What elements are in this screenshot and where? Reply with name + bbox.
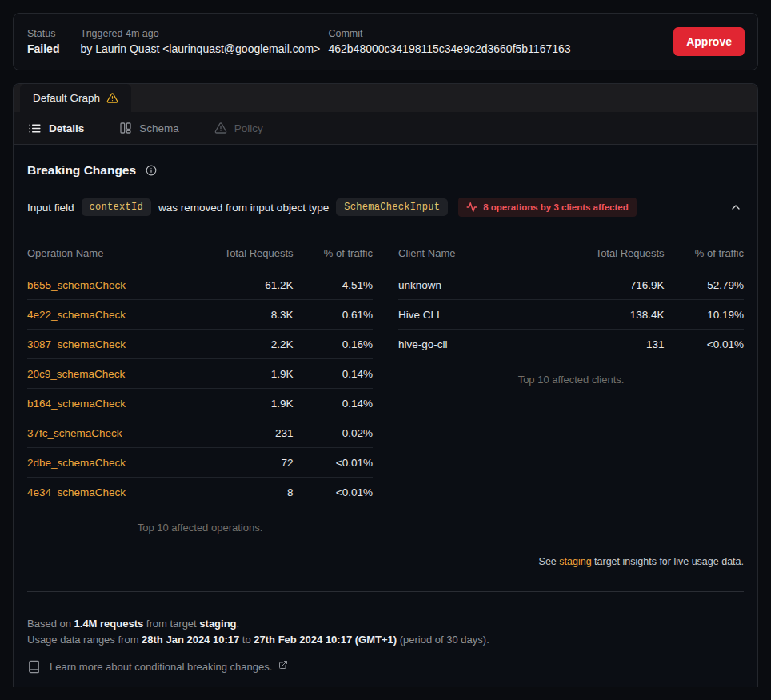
operation-traffic: 0.14% bbox=[294, 389, 373, 418]
operation-traffic: <0.01% bbox=[294, 478, 373, 507]
usage-text: to bbox=[239, 634, 254, 646]
tab-policy-label: Policy bbox=[234, 122, 263, 134]
graph-tab-strip: Default Graph bbox=[14, 84, 757, 112]
operation-requests: 61.2K bbox=[193, 270, 293, 300]
change-text-prefix: Input field bbox=[27, 202, 74, 214]
operations-table-header-row: Operation Name Total Requests % of traff… bbox=[27, 238, 373, 270]
client-requests: 138.4K bbox=[564, 300, 664, 330]
tab-default-graph[interactable]: Default Graph bbox=[20, 84, 131, 112]
info-icon[interactable] bbox=[146, 165, 157, 176]
operation-link[interactable]: 2dbe_schemaCheck bbox=[27, 457, 126, 469]
operation-traffic: 0.14% bbox=[294, 359, 373, 389]
operations-column: Operation Name Total Requests % of traff… bbox=[27, 238, 373, 534]
status-block: Status Failed bbox=[27, 28, 59, 55]
operation-row: 3087_schemaCheck 2.2K 0.16% bbox=[27, 330, 373, 359]
range-end-date: 27th Feb 2024 10:17 (GMT+1) bbox=[254, 634, 397, 646]
operation-link[interactable]: b164_schemaCheck bbox=[27, 398, 126, 410]
activity-pulse-icon bbox=[466, 202, 477, 213]
client-name: hive-go-cli bbox=[398, 330, 564, 359]
client-row: Hive CLI 138.4K 10.19% bbox=[398, 300, 744, 330]
col-traffic: % of traffic bbox=[665, 238, 744, 270]
operation-link[interactable]: b655_schemaCheck bbox=[27, 279, 126, 291]
col-operation-name: Operation Name bbox=[27, 238, 193, 270]
client-name: Hive CLI bbox=[398, 300, 564, 330]
operations-caption: Top 10 affected operations. bbox=[27, 522, 373, 534]
footer-divider bbox=[27, 591, 744, 592]
col-traffic: % of traffic bbox=[294, 238, 373, 270]
usage-summary: Based on 1.4M requests from target stagi… bbox=[27, 616, 744, 648]
affected-operations-badge: 8 operations by 3 clients affected bbox=[458, 198, 637, 217]
client-row: hive-go-cli 131 <0.01% bbox=[398, 330, 744, 359]
usage-line-2: Usage data ranges from 28th Jan 2024 10:… bbox=[27, 632, 744, 648]
external-link-icon bbox=[278, 660, 288, 670]
clients-caption: Top 10 affected clients. bbox=[398, 374, 744, 386]
operation-link[interactable]: 37fc_schemaCheck bbox=[27, 427, 122, 439]
operation-row: 4e22_schemaCheck 8.3K 0.61% bbox=[27, 300, 373, 330]
operation-row: 20c9_schemaCheck 1.9K 0.14% bbox=[27, 359, 373, 389]
commit-label: Commit bbox=[328, 28, 570, 39]
operation-row: 4e34_schemaCheck 8 <0.01% bbox=[27, 478, 373, 507]
client-requests: 716.9K bbox=[564, 270, 664, 300]
insights-note: See staging target insights for live usa… bbox=[27, 556, 744, 567]
col-client-name: Client Name bbox=[398, 238, 564, 270]
operation-link[interactable]: 3087_schemaCheck bbox=[27, 338, 126, 350]
operation-requests: 1.9K bbox=[193, 389, 293, 418]
learn-more-link[interactable]: Learn more about conditional breaking ch… bbox=[27, 660, 744, 674]
request-count: 1.4M requests bbox=[74, 618, 144, 630]
field-code-chip: contextId bbox=[82, 198, 152, 216]
check-summary-card: Status Failed Triggered 4m ago by Laurin… bbox=[13, 13, 758, 70]
client-traffic: 10.19% bbox=[665, 300, 744, 330]
status-label: Status bbox=[27, 28, 59, 39]
book-icon bbox=[27, 660, 41, 674]
target-name: staging bbox=[199, 618, 236, 630]
tab-schema-label: Schema bbox=[139, 122, 179, 134]
operation-link[interactable]: 4e22_schemaCheck bbox=[27, 309, 126, 321]
operation-requests: 2.2K bbox=[193, 330, 293, 359]
status-value: Failed bbox=[27, 42, 59, 55]
insights-note-post: target insights for live usage data. bbox=[592, 556, 744, 567]
operation-row: 37fc_schemaCheck 231 0.02% bbox=[27, 418, 373, 448]
client-row: unknown 716.9K 52.79% bbox=[398, 270, 744, 300]
operation-row: b164_schemaCheck 1.9K 0.14% bbox=[27, 389, 373, 418]
clients-table: Client Name Total Requests % of traffic … bbox=[398, 238, 744, 359]
change-text-middle: was removed from input object type bbox=[158, 202, 329, 214]
operation-row: b655_schemaCheck 61.2K 4.51% bbox=[27, 270, 373, 300]
client-requests: 131 bbox=[564, 330, 664, 359]
affected-badge-label: 8 operations by 3 clients affected bbox=[483, 202, 629, 212]
usage-text: . bbox=[237, 618, 240, 630]
insights-note-pre: See bbox=[539, 556, 560, 567]
operation-row: 2dbe_schemaCheck 72 <0.01% bbox=[27, 448, 373, 478]
check-details-card: Default Graph Details Schema Policy bbox=[13, 83, 758, 687]
chevron-up-icon[interactable] bbox=[728, 199, 744, 215]
type-code-chip: SchemaCheckInput bbox=[336, 198, 448, 216]
range-start-date: 28th Jan 2024 10:17 bbox=[142, 634, 239, 646]
operation-requests: 1.9K bbox=[193, 359, 293, 389]
breaking-change-accordion-row[interactable]: Input field contextId was removed from i… bbox=[27, 198, 744, 217]
operation-requests: 231 bbox=[193, 418, 293, 448]
client-traffic: 52.79% bbox=[665, 270, 744, 300]
commit-block: Commit 462b48000c34198115c34e9c2d3660f5b… bbox=[328, 28, 570, 55]
usage-text: from target bbox=[143, 618, 199, 630]
tab-details[interactable]: Details bbox=[28, 122, 84, 135]
client-traffic: <0.01% bbox=[665, 330, 744, 359]
triggered-block: Triggered 4m ago by Laurin Quast <laurin… bbox=[80, 28, 328, 55]
learn-more-label: Learn more about conditional breaking ch… bbox=[50, 661, 272, 673]
operation-traffic: 4.51% bbox=[294, 270, 373, 300]
usage-text: Based on bbox=[27, 618, 74, 630]
col-total-requests: Total Requests bbox=[193, 238, 293, 270]
staging-target-link[interactable]: staging bbox=[559, 556, 591, 567]
approve-button[interactable]: Approve bbox=[673, 27, 745, 56]
commit-hash: 462b48000c34198115c34e9c2d3660f5b1167163 bbox=[328, 42, 570, 55]
tab-schema[interactable]: Schema bbox=[119, 122, 179, 134]
clients-column: Client Name Total Requests % of traffic … bbox=[398, 238, 744, 534]
operation-requests: 72 bbox=[193, 448, 293, 478]
operation-traffic: 0.02% bbox=[294, 418, 373, 448]
operation-link[interactable]: 4e34_schemaCheck bbox=[27, 486, 126, 498]
col-total-requests: Total Requests bbox=[564, 238, 664, 270]
operation-link[interactable]: 20c9_schemaCheck bbox=[27, 368, 125, 380]
details-content: Breaking Changes Input field contextId w… bbox=[14, 145, 757, 687]
tab-policy[interactable]: Policy bbox=[214, 122, 263, 134]
operation-requests: 8.3K bbox=[193, 300, 293, 330]
operation-requests: 8 bbox=[193, 478, 293, 507]
tab-details-label: Details bbox=[49, 122, 84, 134]
